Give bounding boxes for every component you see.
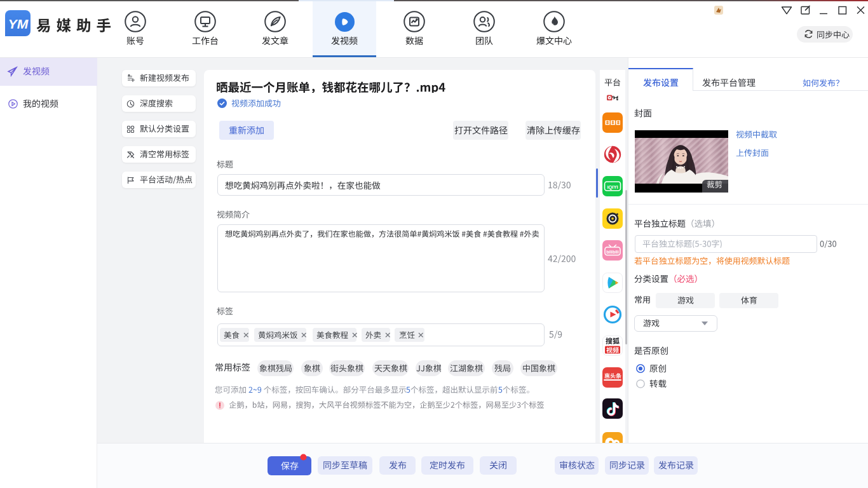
svg-text:bilibili: bilibili: [606, 250, 619, 254]
svg-text:YM: YM: [8, 17, 29, 31]
svg-text:iQIYI: iQIYI: [607, 184, 618, 190]
